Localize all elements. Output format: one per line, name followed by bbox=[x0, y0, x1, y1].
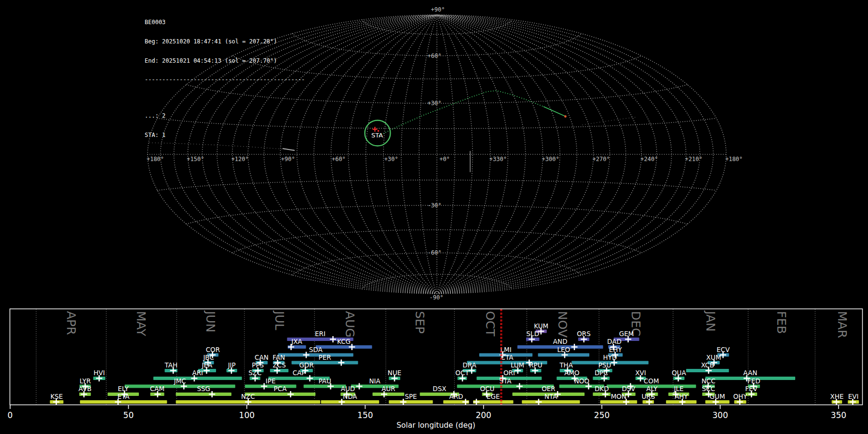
shower-label-FAN: FAN bbox=[272, 353, 285, 361]
longitude-label: +300° bbox=[542, 156, 559, 163]
longitude-label: +240° bbox=[640, 156, 658, 163]
activity-chart: APRMAYJUNJULAUGSEPOCTNOVDECJANFEBMARKUME… bbox=[8, 309, 863, 430]
shower-label-PAU: PAU bbox=[318, 377, 331, 385]
shower-bar-IPE bbox=[245, 385, 297, 388]
shower-label-SDA: SDA bbox=[309, 346, 323, 353]
month-label: MAR bbox=[835, 311, 849, 338]
longitude-label: +60° bbox=[332, 156, 346, 163]
shower-label-ORS: ORS bbox=[577, 330, 591, 338]
x-axis-tick-label: 0 bbox=[8, 410, 13, 420]
longitude-label: +210° bbox=[685, 156, 703, 163]
x-axis-tick-label: 150 bbox=[357, 410, 373, 420]
longitude-label: +150° bbox=[187, 156, 204, 163]
shower-label-AVB: AVB bbox=[79, 385, 92, 393]
shower-label-SLD: SLD bbox=[527, 330, 540, 338]
shower-peak-AND bbox=[571, 344, 578, 350]
longitude-label: +90° bbox=[281, 156, 295, 163]
shower-label-SSG: SSG bbox=[197, 385, 210, 393]
shower-label-AAN: AAN bbox=[743, 369, 757, 377]
month-label: JAN bbox=[704, 310, 718, 332]
shower-label-AND: AND bbox=[553, 338, 568, 345]
latitude-label: +60° bbox=[428, 53, 442, 59]
shower-label-NDA: NDA bbox=[343, 393, 357, 400]
shower-label-DKD: DKD bbox=[595, 385, 609, 393]
shower-label-EVI: EVI bbox=[848, 393, 859, 400]
shower-label-ARD: ARD bbox=[449, 393, 463, 400]
shower-label-MON: MON bbox=[611, 393, 626, 400]
shower-label-LEO: LEO bbox=[557, 346, 570, 353]
shower-bar-SPE bbox=[389, 400, 433, 404]
radiant-drift-endpoint bbox=[564, 115, 567, 118]
month-label: AUG bbox=[343, 311, 357, 338]
longitude-label: +180° bbox=[147, 156, 164, 163]
shower-label-JBC: JBC bbox=[203, 353, 214, 361]
longitude-label: +120° bbox=[231, 156, 249, 163]
month-label: FEB bbox=[774, 311, 788, 334]
shower-label-AUD: AUD bbox=[341, 385, 355, 393]
shower-label-ELY: ELY bbox=[118, 385, 129, 393]
longitude-label: +270° bbox=[593, 156, 610, 163]
shower-label-NIA: NIA bbox=[369, 377, 380, 385]
radiant-code-label: STA bbox=[371, 132, 383, 139]
separator-line: ----------------------------------------… bbox=[145, 77, 305, 83]
shower-label-DRA: DRA bbox=[462, 361, 476, 369]
south-pole-label: -90° bbox=[430, 294, 444, 301]
shower-label-COM: COM bbox=[644, 377, 659, 385]
shower-label-AHY: AHY bbox=[675, 393, 688, 400]
shower-label-SPE: SPE bbox=[405, 393, 417, 400]
shower-peak-ERI bbox=[330, 336, 336, 342]
shower-label-THA: THA bbox=[559, 361, 573, 369]
north-pole-label: +90° bbox=[431, 6, 445, 13]
shower-label-ZCS: ZCS bbox=[272, 361, 285, 369]
shower-bar-ARI bbox=[153, 377, 242, 380]
x-axis-tick-label: 350 bbox=[831, 410, 846, 420]
shower-peak-NTA bbox=[536, 399, 542, 405]
shower-label-XUM: XUM bbox=[706, 353, 721, 361]
shower-bar-STA bbox=[457, 385, 554, 388]
latitude-label: +30° bbox=[428, 100, 442, 107]
shower-label-HVI: HVI bbox=[94, 369, 105, 377]
shower-label-ETA: ETA bbox=[118, 393, 130, 400]
shower-label-NZC: NZC bbox=[241, 393, 255, 400]
shower-label-JIP: JIP bbox=[228, 361, 236, 369]
shower-label-ECV: ECV bbox=[717, 346, 730, 353]
shower-label-JEA: JEA bbox=[202, 361, 213, 369]
month-label: MAY bbox=[134, 311, 148, 337]
shower-label-ALY: ALY bbox=[646, 385, 658, 393]
shower-label-OCU: OCU bbox=[480, 385, 495, 393]
shower-label-OHY: OHY bbox=[733, 393, 747, 400]
shower-label-EHY: EHY bbox=[609, 346, 623, 353]
longitude-label: +330° bbox=[489, 156, 507, 163]
plot-canvas: +180°+150°+120°+90°+60°+30°+0°+330°+300°… bbox=[0, 0, 868, 434]
shower-label-URS: URS bbox=[641, 393, 655, 400]
shower-label-ORI: ORI bbox=[503, 369, 515, 377]
shower-label-OER: OER bbox=[542, 385, 556, 393]
shower-label-JMC: JMC bbox=[174, 377, 186, 385]
longitude-label: +180° bbox=[725, 156, 743, 163]
shower-bar-ETA bbox=[80, 400, 167, 404]
x-axis-title: Solar longitude (deg) bbox=[396, 421, 475, 430]
shower-label-IPE: IPE bbox=[266, 377, 276, 385]
shower-label-CAM: CAM bbox=[150, 385, 164, 393]
count-sta: STA: 1 bbox=[145, 132, 305, 138]
shower-label-RPU: RPU bbox=[529, 361, 542, 369]
x-axis-tick-label: 100 bbox=[239, 410, 255, 420]
shower-bar-KCG bbox=[316, 345, 372, 349]
shower-label-PCA: PCA bbox=[274, 385, 287, 393]
shower-label-NOO: NOO bbox=[574, 377, 589, 385]
shower-peak-PCA bbox=[287, 391, 294, 397]
month-label: JUN bbox=[203, 310, 217, 332]
shower-label-XCB: XCB bbox=[701, 361, 714, 369]
shower-label-CAP: CAP bbox=[293, 369, 306, 377]
month-label: OCT bbox=[483, 311, 497, 337]
shower-label-OCT: OCT bbox=[455, 369, 469, 377]
shower-label-NTA: NTA bbox=[544, 393, 557, 400]
shower-label-GEM: GEM bbox=[619, 330, 634, 338]
shower-peak-NIA bbox=[356, 383, 363, 390]
shower-label-KCG: KCG bbox=[337, 338, 351, 345]
shower-peak-SDA bbox=[303, 352, 310, 358]
info-panel: BE0003 Beg: 20251020 18:47:41 (sol = 207… bbox=[145, 7, 305, 151]
shower-bar-PAU bbox=[304, 385, 346, 388]
shower-label-LYR: LYR bbox=[80, 377, 91, 385]
x-axis-tick-label: 250 bbox=[594, 410, 610, 420]
